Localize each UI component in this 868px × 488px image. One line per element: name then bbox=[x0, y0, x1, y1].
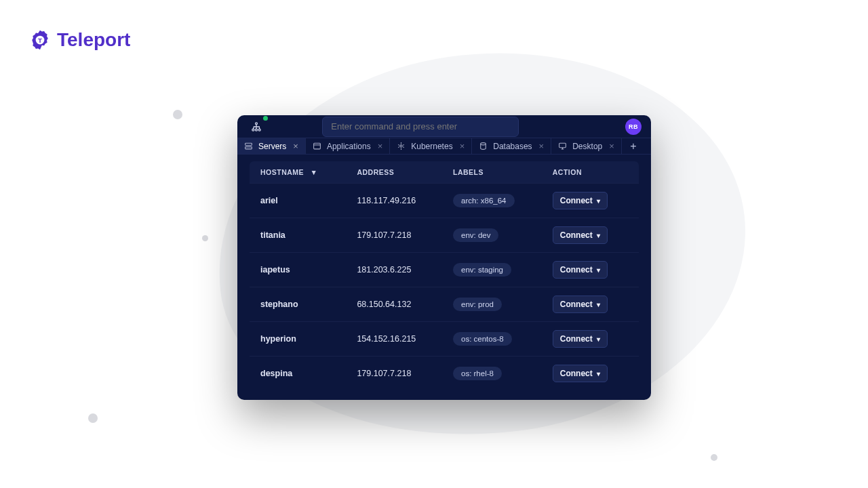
svg-point-4 bbox=[256, 129, 258, 131]
app-window: RB Servers×Applications×Kubernetes×Datab… bbox=[237, 115, 651, 400]
cell-labels: env: prod bbox=[449, 287, 549, 322]
server-icon bbox=[244, 142, 253, 150]
cell-labels: os: rhel-8 bbox=[449, 357, 549, 391]
cell-action: Connect▾ bbox=[549, 287, 639, 322]
chevron-down-icon: ▾ bbox=[597, 336, 600, 343]
servers-table-container: HOSTNAME ▼ ADDRESS LABELS ACTION ariel11… bbox=[237, 155, 651, 400]
chevron-down-icon: ▾ bbox=[597, 370, 600, 378]
user-avatar[interactable]: RB bbox=[625, 119, 642, 135]
teleport-gear-icon: T bbox=[28, 28, 52, 52]
tab-databases[interactable]: Databases× bbox=[472, 138, 551, 154]
cell-address: 154.152.16.215 bbox=[353, 322, 449, 357]
tab-applications[interactable]: Applications× bbox=[306, 138, 390, 154]
connect-button[interactable]: Connect▾ bbox=[553, 365, 608, 382]
svg-text:T: T bbox=[38, 37, 42, 44]
label-pill: env: staging bbox=[453, 263, 511, 277]
tab-close-icon[interactable]: × bbox=[378, 141, 383, 151]
col-hostname[interactable]: HOSTNAME ▼ bbox=[250, 161, 353, 184]
cell-labels: arch: x86_64 bbox=[449, 184, 549, 218]
table-row: hyperion154.152.16.215os: centos-8Connec… bbox=[250, 322, 639, 357]
cell-address: 181.203.6.225 bbox=[353, 253, 449, 287]
desktop-icon bbox=[558, 142, 567, 150]
connect-button[interactable]: Connect▾ bbox=[553, 296, 608, 313]
cell-action: Connect▾ bbox=[549, 357, 639, 391]
cell-hostname: hyperion bbox=[250, 322, 353, 357]
tab-label: Desktop bbox=[572, 142, 602, 151]
tab-label: Kubernetes bbox=[411, 142, 452, 151]
tab-kubernetes[interactable]: Kubernetes× bbox=[390, 138, 472, 154]
table-row: titania179.107.7.218env: devConnect▾ bbox=[250, 218, 639, 253]
cell-address: 68.150.64.132 bbox=[353, 287, 449, 322]
tab-close-icon[interactable]: × bbox=[539, 141, 545, 151]
cell-action: Connect▾ bbox=[549, 253, 639, 287]
svg-point-10 bbox=[481, 143, 486, 145]
user-initials: RB bbox=[629, 123, 638, 130]
svg-point-5 bbox=[258, 129, 260, 131]
cell-hostname: stephano bbox=[250, 287, 353, 322]
chevron-down-icon: ▾ bbox=[597, 266, 600, 274]
brand-logo: T Teleport bbox=[28, 28, 130, 52]
svg-point-2 bbox=[256, 123, 258, 125]
cell-address: 179.107.7.218 bbox=[353, 218, 449, 253]
chevron-down-icon: ▾ bbox=[597, 301, 600, 308]
tab-servers[interactable]: Servers× bbox=[237, 138, 306, 154]
hierarchy-icon bbox=[251, 121, 262, 132]
cell-hostname: titania bbox=[250, 218, 353, 253]
table-row: stephano68.150.64.132env: prodConnect▾ bbox=[250, 287, 639, 322]
cell-hostname: despina bbox=[250, 357, 353, 391]
tab-strip: Servers×Applications×Kubernetes×Database… bbox=[237, 138, 651, 155]
tab-label: Applications bbox=[327, 142, 371, 151]
label-pill: arch: x86_64 bbox=[453, 194, 515, 207]
k8s-icon bbox=[397, 142, 406, 150]
col-address[interactable]: ADDRESS bbox=[353, 161, 449, 184]
label-pill: os: rhel-8 bbox=[453, 367, 502, 380]
svg-point-9 bbox=[400, 145, 402, 147]
command-input[interactable] bbox=[322, 117, 519, 137]
tab-label: Databases bbox=[493, 142, 532, 151]
servers-tbody: ariel118.117.49.216arch: x86_64Connect▾t… bbox=[250, 184, 639, 391]
cell-labels: os: centos-8 bbox=[449, 322, 549, 357]
svg-rect-11 bbox=[559, 143, 566, 148]
connect-button[interactable]: Connect▾ bbox=[553, 226, 608, 244]
cell-labels: env: dev bbox=[449, 218, 549, 253]
servers-table: HOSTNAME ▼ ADDRESS LABELS ACTION ariel11… bbox=[250, 161, 639, 390]
connection-status-dot bbox=[263, 116, 268, 121]
table-row: ariel118.117.49.216arch: x86_64Connect▾ bbox=[250, 184, 639, 218]
chevron-down-icon: ▾ bbox=[597, 232, 600, 239]
tab-desktop[interactable]: Desktop× bbox=[551, 138, 622, 154]
database-icon bbox=[479, 142, 488, 150]
chevron-down-icon: ▾ bbox=[597, 197, 600, 205]
window-icon bbox=[313, 142, 321, 150]
cell-action: Connect▾ bbox=[549, 322, 639, 357]
cell-action: Connect▾ bbox=[549, 184, 639, 218]
cell-hostname: iapetus bbox=[250, 253, 353, 287]
svg-rect-6 bbox=[245, 143, 252, 145]
connect-button[interactable]: Connect▾ bbox=[553, 192, 608, 209]
svg-rect-7 bbox=[245, 147, 252, 149]
tab-add-button[interactable]: + bbox=[622, 138, 645, 154]
cell-hostname: ariel bbox=[250, 184, 353, 218]
brand-name: Teleport bbox=[57, 29, 130, 51]
label-pill: env: prod bbox=[453, 298, 502, 311]
cell-labels: env: staging bbox=[449, 253, 549, 287]
connect-button[interactable]: Connect▾ bbox=[553, 330, 608, 348]
sort-desc-icon: ▼ bbox=[311, 168, 318, 176]
cell-address: 118.117.49.216 bbox=[353, 184, 449, 218]
cell-address: 179.107.7.218 bbox=[353, 357, 449, 391]
top-bar: RB bbox=[237, 115, 651, 138]
table-row: iapetus181.203.6.225env: stagingConnect▾ bbox=[250, 253, 639, 287]
label-pill: env: dev bbox=[453, 228, 498, 242]
label-pill: os: centos-8 bbox=[453, 332, 512, 346]
tab-label: Servers bbox=[258, 142, 286, 151]
tab-close-icon[interactable]: × bbox=[609, 141, 614, 151]
tab-close-icon[interactable]: × bbox=[293, 141, 298, 151]
cell-action: Connect▾ bbox=[549, 218, 639, 253]
col-labels[interactable]: LABELS bbox=[449, 161, 549, 184]
tab-close-icon[interactable]: × bbox=[460, 141, 465, 151]
connect-button[interactable]: Connect▾ bbox=[553, 261, 608, 279]
svg-point-3 bbox=[252, 129, 254, 131]
svg-rect-8 bbox=[314, 143, 321, 149]
table-row: despina179.107.7.218os: rhel-8Connect▾ bbox=[250, 357, 639, 391]
col-action: ACTION bbox=[549, 161, 639, 184]
cluster-tree-button[interactable] bbox=[247, 117, 266, 136]
